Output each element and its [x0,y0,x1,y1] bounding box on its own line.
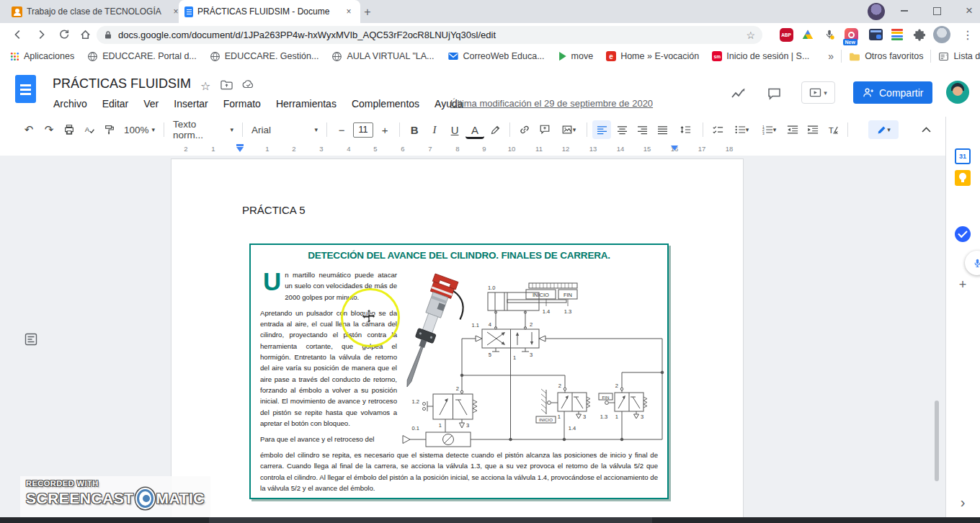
reading-list-button[interactable]: Lista de lectura [938,51,980,62]
account-avatar[interactable] [946,81,969,104]
document-page[interactable]: PRÁCTICA 5 DETECCIÓN DEL AVANCE DEL CILI… [171,158,744,523]
decrease-indent-button[interactable] [783,120,802,139]
bookmark-apps[interactable]: Aplicaciones [10,51,74,61]
insert-link-button[interactable] [515,120,534,139]
home-button[interactable] [76,25,94,44]
star-document-icon[interactable]: ☆ [200,79,210,93]
align-center-button[interactable] [612,120,631,139]
extension-drive[interactable] [798,25,817,44]
extension-adblock[interactable]: ABP [777,25,796,44]
practice-heading[interactable]: PRÁCTICA 5 [242,204,306,216]
editing-mode-button[interactable]: ▾ [868,120,899,139]
increase-font-button[interactable]: + [375,120,394,139]
calendar-icon[interactable]: 31 [955,148,971,164]
print-button[interactable] [60,120,79,139]
zoom-select[interactable]: 100% ▾ [120,120,159,139]
new-tab-button[interactable]: + [359,4,376,21]
undo-button[interactable]: ↶ [19,120,38,139]
ruler[interactable]: 2 1 1 2 3 4 5 6 7 8 9 10 11 12 13 14 15 … [0,143,945,156]
last-modified-link[interactable]: Última modificación el 29 de septiembre … [450,98,653,109]
text-color-button[interactable]: A [466,122,484,139]
spellcheck-button[interactable]: A [80,120,99,139]
profile-avatar[interactable] [932,25,951,44]
decrease-font-button[interactable]: − [332,120,351,139]
extension-capture[interactable] [866,25,885,44]
docs-logo[interactable] [15,75,36,103]
clear-formatting-button[interactable]: T [824,120,842,139]
practice-figure[interactable]: DETECCIÓN DEL AVANCE DEL CILINDRO. FINAL… [249,243,669,499]
line-spacing-button[interactable] [673,120,698,139]
forward-button[interactable] [32,25,50,44]
move-to-folder-icon[interactable] [220,79,233,90]
tab-docs[interactable]: PRÁCTICAS FLUIDSIM - Docume × [179,0,360,23]
highlight-color-button[interactable] [486,120,504,139]
bookmark-move[interactable]: move [558,51,594,61]
port-2-label: 2 [615,383,618,389]
checklist-button[interactable] [708,120,727,139]
font-size-input[interactable]: 11 [353,122,373,138]
bookmark-sm[interactable]: sm Inicio de sesión | S... [712,51,809,61]
titlebar-avatar[interactable] [868,3,885,20]
menu-archivo[interactable]: Archivo [53,98,87,109]
extension-colorful[interactable] [888,25,906,44]
align-right-button[interactable] [633,120,651,139]
other-favorites-folder[interactable]: Otros favoritos [849,51,923,61]
keep-icon[interactable] [955,170,971,186]
paint-format-button[interactable] [100,120,119,139]
tab-classroom[interactable]: Trabajo de clase de TECNOLOGÍA × [6,0,187,23]
paragraph-style-select[interactable]: Texto norm... ▾ [169,120,238,139]
hide-panel-button[interactable]: › [955,494,971,510]
window-restore-button[interactable] [921,0,953,22]
address-bar[interactable]: docs.google.com/document/d/1JPa263PP4w-h… [97,26,762,44]
italic-button[interactable]: I [425,120,444,139]
voice-input-button[interactable] [965,251,980,275]
increase-indent-button[interactable] [803,120,822,139]
browser-menu-button[interactable]: ⋮ [958,25,977,44]
bookmark-evocacion[interactable]: e Home » E-vocación [606,51,699,61]
extension-voice[interactable] [820,25,839,44]
first-line-indent-marker[interactable] [236,144,244,146]
reload-button[interactable] [55,25,74,44]
align-left-button[interactable] [592,120,611,139]
vertical-scrollbar[interactable] [935,401,939,481]
menu-herramientas[interactable]: Herramientas [276,98,337,109]
document-stats-button[interactable] [728,84,748,104]
left-margin-marker[interactable] [236,147,244,152]
extension-screencast[interactable]: New [842,25,860,44]
bold-button[interactable]: B [405,120,424,139]
menu-formato[interactable]: Formato [223,98,261,109]
window-close-button[interactable]: × [953,0,980,22]
bulleted-list-button[interactable]: ▾ [729,120,754,139]
numbered-list-button[interactable]: 123 ▾ [756,120,782,139]
bookmark-aula-virtual[interactable]: AULA VIRTUAL "LA... [331,51,434,62]
bookmarks-overflow-button[interactable]: » [828,50,834,62]
font-select[interactable]: Arial ▾ [247,120,322,139]
document-title[interactable]: PRÁCTICAS FLUIDSIM [53,76,191,91]
menu-insertar[interactable]: Insertar [174,98,208,109]
share-button[interactable]: Compartir [853,81,932,104]
back-button[interactable] [9,25,27,44]
redo-button[interactable]: ↷ [40,120,58,139]
insert-image-button[interactable]: ▾ [556,120,582,139]
extensions-menu[interactable] [909,25,928,44]
present-button[interactable]: ▾ [801,81,835,104]
add-comment-button[interactable] [535,120,554,139]
window-minimize-button[interactable] [888,0,920,22]
tasks-icon[interactable] [955,226,971,242]
cloud-saved-icon[interactable] [242,79,255,89]
add-addon-button[interactable]: + [955,277,971,292]
menu-editar[interactable]: Editar [102,98,129,109]
tab-close-icon[interactable]: × [343,6,355,17]
comments-button[interactable] [764,84,784,104]
justify-button[interactable] [653,120,672,139]
collapse-toolbar-button[interactable] [917,120,935,139]
underline-button[interactable]: U [445,120,464,139]
menu-ver[interactable]: Ver [143,98,159,109]
bookmark-educcare-portal[interactable]: EDUCCARE. Portal d... [87,51,197,62]
show-outline-button[interactable] [24,333,37,346]
right-margin-marker[interactable] [671,146,678,151]
bookmark-star-icon[interactable]: ☆ [746,30,755,41]
menu-complementos[interactable]: Complementos [352,98,419,109]
bookmark-educcare-gestion[interactable]: EDUCCARE. Gestión... [210,51,319,62]
bookmark-correoweb[interactable]: CorreoWeb Educa... [447,51,545,61]
